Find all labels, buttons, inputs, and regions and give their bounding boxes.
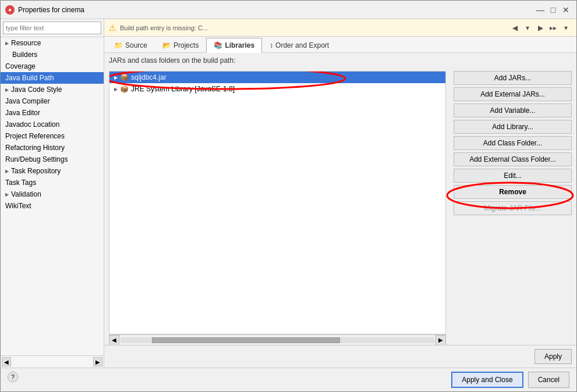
sidebar-item-java-compiler-label: Java Compiler: [5, 97, 50, 105]
warning-next-button[interactable]: ▶: [534, 22, 546, 34]
tree-item-jre[interactable]: ▶ 📦 JRE System Library [JavaSE-1.8]: [109, 83, 445, 95]
sidebar-item-task-repository-label: Task Repository: [11, 167, 61, 175]
edit-button[interactable]: Edit...: [454, 169, 572, 183]
apply-row: Apply: [104, 345, 576, 368]
tab-order-and-export[interactable]: ↕ Order and Export: [262, 38, 337, 52]
jre-arrow-icon: ▶: [114, 87, 118, 92]
sidebar-item-java-build-path-label: Java Build Path: [5, 74, 54, 82]
hscroll-thumb: [152, 337, 340, 343]
warning-icon: ⚠: [109, 23, 116, 33]
content-area: JARs and class folders on the build path…: [104, 53, 576, 345]
sidebar-item-task-tags-label: Task Tags: [5, 179, 36, 187]
scroll-left-button[interactable]: ◀: [2, 357, 11, 366]
sqljdbc4-jar-icon: 📦: [120, 73, 129, 81]
warning-bar: ⚠ Build path entry is missing: C... ◀ ▾ …: [104, 19, 576, 37]
add-library-button[interactable]: Add Library...: [454, 120, 572, 134]
warning-menu-button[interactable]: ▾: [560, 22, 572, 34]
order-tab-icon: ↕: [270, 41, 273, 49]
tree-item-sqljdbc4[interactable]: ▶ 📦 sqljdbc4.jar: [109, 72, 445, 83]
sidebar-item-java-code-style-label: Java Code Style: [11, 85, 62, 94]
apply-button[interactable]: Apply: [534, 349, 572, 364]
libraries-main: ▶ 📦 sqljdbc4.jar ▶: [104, 69, 576, 345]
sidebar-item-resource-label: Resource: [11, 39, 41, 47]
sidebar-item-validation[interactable]: Validation: [1, 188, 104, 200]
projects-tab-icon: 📂: [162, 41, 171, 49]
libraries-tab-icon: 📚: [214, 41, 222, 49]
tab-libraries-label: Libraries: [225, 41, 254, 49]
jre-jar-icon: 📦: [120, 85, 129, 93]
horizontal-scrollbar[interactable]: ◀ ▶: [109, 334, 446, 345]
sidebar-item-java-code-style[interactable]: Java Code Style: [1, 84, 104, 95]
sidebar-item-javadoc-label: Javadoc Location: [5, 120, 59, 129]
buttons-panel: Add JARs... Add External JARs... Add Var…: [448, 69, 576, 345]
sidebar: Resource Builders Coverage Java Build Pa…: [1, 19, 104, 368]
sidebar-item-resource[interactable]: Resource: [1, 37, 104, 49]
sidebar-item-task-tags[interactable]: Task Tags: [1, 177, 104, 188]
sidebar-item-task-repository[interactable]: Task Repository: [1, 165, 104, 177]
tab-libraries[interactable]: 📚 Libraries: [206, 38, 262, 53]
warning-dropdown-button[interactable]: ▾: [522, 22, 533, 34]
tab-source-label: Source: [125, 41, 147, 49]
sidebar-item-refactoring-history[interactable]: Refactoring History: [1, 142, 104, 154]
hscroll-right-button[interactable]: ▶: [436, 335, 446, 345]
sidebar-item-java-build-path[interactable]: Java Build Path: [1, 72, 104, 84]
warning-prev-button[interactable]: ◀: [509, 22, 521, 34]
window-controls: — □ ✕: [534, 4, 572, 16]
sidebar-scroll-controls: ◀ ▶: [1, 355, 104, 368]
tab-projects-label: Projects: [174, 41, 199, 49]
sidebar-item-builders[interactable]: Builders: [1, 49, 104, 60]
tab-order-label: Order and Export: [275, 41, 329, 49]
tab-projects[interactable]: 📂 Projects: [155, 38, 206, 52]
remove-button[interactable]: Remove: [454, 185, 572, 199]
sidebar-item-wikitext[interactable]: WikiText: [1, 200, 104, 212]
sidebar-item-builders-label: Builders: [12, 51, 37, 59]
sidebar-item-refactoring-label: Refactoring History: [5, 144, 65, 152]
sidebar-item-java-editor[interactable]: Java Editor: [1, 107, 104, 119]
sidebar-item-run-debug-label: Run/Debug Settings: [5, 155, 68, 163]
jre-label: JRE System Library [JavaSE-1.8]: [131, 85, 235, 93]
hscroll-left-button[interactable]: ◀: [109, 335, 119, 345]
properties-window: ● Properties for cinema — □ ✕ Resource B…: [0, 0, 577, 392]
filter-input[interactable]: [3, 22, 101, 34]
sidebar-item-project-references[interactable]: Project References: [1, 130, 104, 142]
warning-nav: ◀ ▾ ▶ ▸▸ ▾: [509, 22, 572, 34]
help-button[interactable]: ?: [8, 372, 18, 382]
add-variable-button[interactable]: Add Variable...: [454, 104, 572, 117]
minimize-button[interactable]: —: [534, 4, 546, 16]
tree-section: ▶ 📦 sqljdbc4.jar ▶: [104, 69, 448, 345]
sidebar-item-coverage[interactable]: Coverage: [1, 60, 104, 72]
cancel-button[interactable]: Cancel: [528, 372, 569, 388]
titlebar: ● Properties for cinema — □ ✕: [1, 1, 576, 19]
sidebar-item-java-compiler[interactable]: Java Compiler: [1, 95, 104, 107]
sqljdbc4-arrow-icon: ▶: [114, 75, 118, 80]
add-external-class-folder-button[interactable]: Add External Class Folder...: [454, 152, 572, 166]
sidebar-item-java-editor-label: Java Editor: [5, 109, 40, 117]
maximize-button[interactable]: □: [547, 4, 559, 16]
sqljdbc4-label: sqljdbc4.jar: [131, 73, 167, 81]
tabs-bar: 📁 Source 📂 Projects 📚 Libraries ↕ Order …: [104, 37, 576, 53]
add-external-jars-button[interactable]: Add External JARs...: [454, 87, 572, 101]
sidebar-item-wikitext-label: WikiText: [5, 202, 31, 210]
sidebar-item-run-debug[interactable]: Run/Debug Settings: [1, 154, 104, 165]
main-content: Resource Builders Coverage Java Build Pa…: [1, 19, 576, 368]
scroll-right-button[interactable]: ▶: [93, 357, 102, 366]
tab-source[interactable]: 📁 Source: [107, 38, 155, 52]
sidebar-item-validation-label: Validation: [11, 190, 41, 198]
sidebar-filter-area: [1, 19, 104, 37]
bottom-bar: ? Apply and Close Cancel: [1, 368, 576, 391]
warning-next2-button[interactable]: ▸▸: [547, 22, 559, 34]
library-tree[interactable]: ▶ 📦 sqljdbc4.jar ▶: [109, 71, 446, 334]
window-icon: ●: [5, 5, 15, 15]
migrate-jar-button[interactable]: Migrate JAR File...: [454, 201, 572, 215]
sidebar-tree: Resource Builders Coverage Java Build Pa…: [1, 37, 104, 355]
add-jars-button[interactable]: Add JARs...: [454, 71, 572, 85]
right-panel: ⚠ Build path entry is missing: C... ◀ ▾ …: [104, 19, 576, 368]
hscroll-track: [121, 337, 434, 343]
sidebar-item-javadoc-location[interactable]: Javadoc Location: [1, 119, 104, 130]
apply-and-close-button[interactable]: Apply and Close: [451, 372, 523, 388]
window-title: Properties for cinema: [18, 6, 531, 14]
close-button[interactable]: ✕: [560, 4, 572, 16]
add-class-folder-button[interactable]: Add Class Folder...: [454, 136, 572, 150]
source-tab-icon: 📁: [114, 41, 123, 49]
library-description: JARs and class folders on the build path…: [104, 53, 576, 69]
